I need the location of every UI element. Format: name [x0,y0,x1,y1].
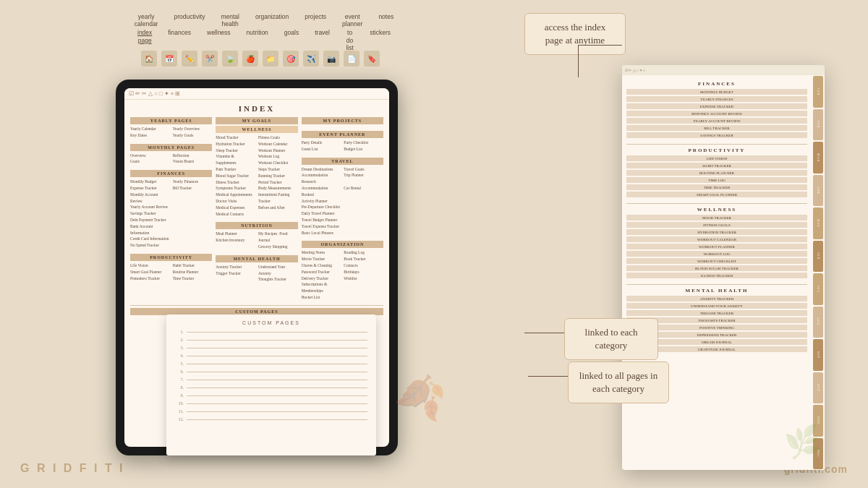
organization-header: ORGANIZATION [302,241,383,248]
nav-event-planner[interactable]: eventplanner [342,13,362,27]
productivity-items: Life VisionSmart Goal PlannerPomodoro Tr… [130,262,212,281]
callout-index-anytime: access the index page at anytime [524,13,626,55]
apple-icon[interactable]: 🍎 [242,51,258,67]
nutrition-items: Meal PlannerKitchen Inventory My Recipes… [216,231,297,249]
planner-item[interactable]: WORKOUT CALENDAR [626,236,807,242]
yearly-pages-header: YEARLY PAGES [130,117,212,124]
target-icon[interactable]: 🎯 [283,51,299,67]
planner-item[interactable]: BLOOD SUGAR TRACKER [626,265,807,271]
planner-mental-health-title: MENTAL HEALTH [626,288,807,294]
event-planner-items: Party DetailsGuest List Party ChecklistB… [302,140,383,153]
wellness-subheader: WELLNESS [216,126,297,133]
nav-stickers[interactable]: stickers [370,29,391,51]
nav-notes[interactable]: notes [378,13,393,27]
tab-jul[interactable]: JUL [813,273,823,305]
folder-icon[interactable]: 📁 [263,51,278,67]
doc-icon[interactable]: 📄 [344,51,359,67]
planner-item[interactable]: WORKOUT CHECKLIST [626,258,807,264]
calendar-icon[interactable]: 📅 [161,51,177,67]
planner-item[interactable]: HYDRATION TRACKER [626,229,807,235]
custom-lines: 1. 2. 3. 4. 5. 6. 7. 8. 9. 10. 11. 12. [175,330,367,421]
planner-item[interactable]: SAVINGS TRACKER [626,132,807,138]
tab-mar[interactable]: MAR [813,142,823,174]
mental-health-items: Anxiety TrackerTrigger Tracker Understan… [216,264,297,283]
nutrition-header: NUTRITION [216,222,297,229]
planner-item[interactable]: SMART GOAL PLANNER [626,192,807,197]
pencil-icon[interactable]: ✏️ [182,51,197,67]
nav-mental-health[interactable]: mentalhealth [221,13,239,27]
index-col-1: YEARLY PAGES Yearly CalendarKey Dates Ye… [130,117,212,301]
planner-item[interactable]: WORKOUT PLANNER [626,244,807,249]
right-toolbar: ☑ ✏ △ ○ ✦ ≡ [622,65,825,75]
yearly-items: Yearly CalendarKey Dates Yearly Overview… [130,126,212,139]
monthly-items: OverviewGoals ReflectionVision Board [130,153,212,166]
tab-apr[interactable]: APR [813,175,823,207]
nav-goals[interactable]: goals [284,29,299,51]
finances-items: Monthly BudgetExpense TrackerMonthly Acc… [130,179,212,249]
mental-health-header: MENTAL HEALTH [216,255,297,262]
home-icon[interactable]: 🏠 [141,51,157,67]
planner-item[interactable]: ANXIETY TRACKER [626,296,807,301]
planner-item[interactable]: ROUTINE PLAN-NER [626,170,807,176]
planner-item[interactable]: WORKOUT LOG [626,251,807,257]
planner-item[interactable]: EXPENSE TRACKER [626,103,807,109]
nav-tabs: yearlycalendar productivity mentalhealth… [137,13,391,53]
planner-item[interactable]: TIME LOG [626,177,807,183]
index-title: INDEX [130,104,383,113]
planner-item[interactable]: LIFE VISION [626,155,807,161]
tab-aug[interactable]: AUG [813,307,823,338]
callout-top-line [579,45,622,46]
nav-yearly-calendar[interactable]: yearlycalendar [135,13,158,27]
plane-icon[interactable]: ✈️ [303,51,319,67]
custom-pages-pad: CUSTOM PAGES 1. 2. 3. 4. 5. 6. 7. 8. 9. … [166,314,376,455]
index-grid: YEARLY PAGES Yearly CalendarKey Dates Ye… [130,117,383,301]
planner-main: FINANCES MONTHLY BUDGET YEARLY FINANCES … [622,75,825,470]
tab-jan[interactable]: JAN [813,76,823,108]
nav-organization[interactable]: organization [255,13,289,27]
planner-item[interactable]: ILLNESS TRACKER [626,273,807,278]
planner-item[interactable]: TIME TRACKER [626,184,807,190]
planner-item[interactable]: MOOD TRACKER [626,215,807,221]
planner-item[interactable]: MONTHLY ACCOUNT REVIEW [626,111,807,116]
planner-item[interactable]: UNDERSTAND YOUR ANXIETY [626,303,807,309]
nav-projects[interactable]: projects [305,13,326,27]
nav-productivity[interactable]: productivity [174,13,205,27]
planner-productivity-title: PRODUCTIVITY [626,147,807,153]
tab-sep[interactable]: SEP [813,339,823,371]
planner-item[interactable]: BILL TRACKER [626,125,807,131]
tab-oct[interactable]: OCT [813,372,823,404]
nav-todo[interactable]: to do list [346,29,354,51]
scissors-icon[interactable]: ✂️ [202,51,218,67]
nav-finances[interactable]: finances [168,29,191,51]
callout-linked-category: linked to each category [564,318,658,360]
nav-row-2: indexpage finances wellness nutrition go… [137,29,391,51]
planner-item[interactable]: YEARLY ACCOUNT REVIEW [626,118,807,124]
travel-items: Dream DestinationsAccommodation Research… [302,166,383,236]
camera-icon[interactable]: 📷 [323,51,339,67]
nav-travel[interactable]: travel [315,29,330,51]
side-tabs: JAN FEB MAR APR MAY JUN JUL AUG SEP OCT … [812,75,825,470]
planner-item[interactable]: TRIGGER TRACKER [626,310,807,316]
planner-item[interactable]: YEARLY FINANCES [626,96,807,102]
tablet-toolbar: ☑ ✏ ✂ △ ○ □ ✦ ≡ ⊞ [124,88,389,100]
tab-jun[interactable]: JUN [813,241,823,273]
goals-header: MY GOALS [216,117,297,124]
planner-item[interactable]: FITNESS GOALS [626,222,807,228]
nav-wellness[interactable]: wellness [207,29,231,51]
device-right: ☑ ✏ △ ○ ✦ ≡ FINANCES MONTHLY BUDGET YEAR… [622,65,825,470]
index-col-2: MY GOALS WELLNESS Mood TrackerHydration … [216,117,297,301]
custom-pages-section: CUSTOM PAGES [130,305,383,315]
planner-item[interactable]: MONTHLY BUDGET [626,89,807,95]
bookmark-icon[interactable]: 🔖 [364,51,380,67]
nav-nutrition[interactable]: nutrition [247,29,268,51]
planner-item[interactable]: HABIT TRACKER [626,163,807,168]
tab-may[interactable]: MAY [813,207,823,239]
planner-wellness: WELLNESS MOOD TRACKER FITNESS GOALS HYDR… [626,207,807,278]
planner-wellness-title: WELLNESS [626,207,807,213]
nav-index[interactable]: indexpage [137,29,152,51]
nav-row-1: yearlycalendar productivity mentalhealth… [137,13,391,27]
leaf-icon[interactable]: 🍃 [222,51,238,67]
planner-finances: FINANCES MONTHLY BUDGET YEARLY FINANCES … [626,81,807,138]
tab-feb[interactable]: FEB [813,109,823,141]
finances-item-list: MONTHLY BUDGET YEARLY FINANCES EXPENSE T… [626,89,807,138]
